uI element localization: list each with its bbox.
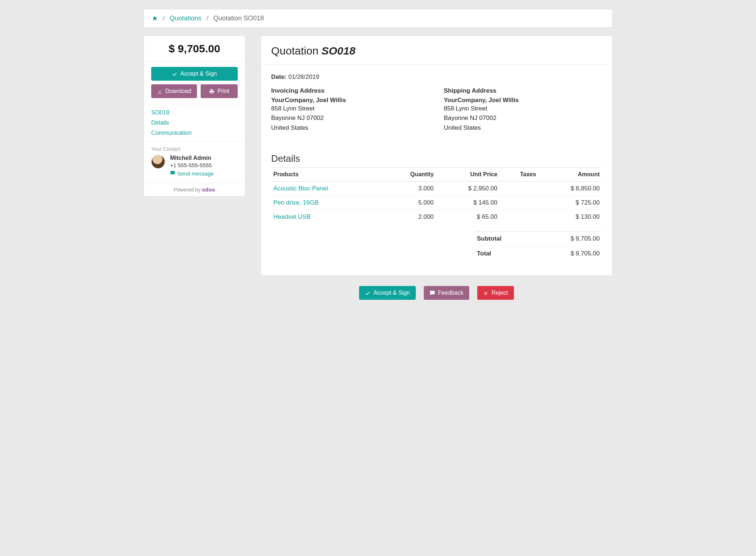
shipping-name: YourCompany, Joel Willis <box>444 97 602 104</box>
nav-link-communication[interactable]: Communication <box>151 130 238 136</box>
contact-phone: +1 555-555-5555 <box>170 162 214 168</box>
comment-icon <box>430 290 435 296</box>
shipping-city: Bayonne NJ 07002 <box>444 113 602 123</box>
breadcrumb-sep: / <box>204 15 210 22</box>
button-label: Feedback <box>438 290 463 296</box>
line-price: $ 2,950.00 <box>436 182 499 196</box>
check-icon <box>172 71 177 77</box>
send-message-label: Send message <box>177 170 214 177</box>
table-row: Pen drive, 16GB5.000$ 145.00$ 725.00 <box>271 196 602 210</box>
invoicing-city: Bayonne NJ 07002 <box>271 113 429 123</box>
button-label: Download <box>165 88 191 94</box>
shipping-street: 858 Lynn Street <box>444 104 602 113</box>
button-label: Print <box>217 88 229 94</box>
shipping-country: United States <box>444 123 602 133</box>
subtotal-label: Subtotal <box>477 235 502 242</box>
shipping-address-title: Shipping Address <box>444 87 602 94</box>
table-row: Acoustic Bloc Panel3.000$ 2,950.00$ 8,85… <box>271 182 602 196</box>
breadcrumb-quotations[interactable]: Quotations <box>170 15 201 22</box>
print-button[interactable]: Print <box>201 84 238 98</box>
totals-table: Subtotal $ 9,705.00 Total $ 9,705.00 <box>475 231 602 261</box>
order-lines-table: Products Quantity Unit Price Taxes Amoun… <box>271 167 602 224</box>
download-button[interactable]: Download <box>151 84 197 98</box>
nav-link-details[interactable]: Details <box>151 120 238 126</box>
page-title: Quotation SO018 <box>271 45 602 57</box>
reject-button[interactable]: Reject <box>477 286 514 300</box>
product-link[interactable]: Headset USB <box>273 213 311 220</box>
line-amount: $ 8,850.00 <box>538 182 602 196</box>
nav-link-so[interactable]: SO018 <box>151 109 238 116</box>
invoicing-street: 858 Lynn Street <box>271 104 429 113</box>
sidebar: $ 9,705.00 Accept & Sign Download <box>144 36 245 197</box>
download-icon <box>157 89 162 94</box>
col-products: Products <box>271 168 383 182</box>
line-taxes <box>499 210 538 224</box>
home-icon[interactable] <box>152 16 158 21</box>
print-icon <box>209 89 214 94</box>
details-heading: Details <box>271 153 602 164</box>
subtotal-value: $ 9,705.00 <box>571 235 600 242</box>
contact-avatar <box>151 155 165 169</box>
button-label: Accept & Sign <box>180 70 217 77</box>
accept-sign-button-bottom[interactable]: Accept & Sign <box>359 286 416 300</box>
powered-by-text: Powered by <box>174 187 201 193</box>
col-quantity: Quantity <box>383 168 436 182</box>
line-qty: 5.000 <box>383 196 436 210</box>
date-value: 01/28/2019 <box>288 73 319 80</box>
check-icon <box>365 290 370 296</box>
button-label: Reject <box>491 290 508 296</box>
feedback-button[interactable]: Feedback <box>424 286 469 300</box>
powered-by: Powered by odoo <box>144 183 245 196</box>
contact-section-label: Your Contact <box>151 146 238 152</box>
line-amount: $ 725.00 <box>538 196 602 210</box>
quotation-total-price: $ 9,705.00 <box>149 43 240 55</box>
title-so: SO018 <box>321 45 355 57</box>
accept-sign-button[interactable]: Accept & Sign <box>151 67 238 81</box>
button-label: Accept & Sign <box>373 290 410 296</box>
send-message-link[interactable]: Send message <box>170 170 214 177</box>
invoicing-address-title: Invoicing Address <box>271 87 429 94</box>
total-label: Total <box>477 250 491 257</box>
invoicing-country: United States <box>271 123 429 133</box>
product-link[interactable]: Pen drive, 16GB <box>273 199 319 206</box>
col-amount: Amount <box>538 168 602 182</box>
bottom-actions: Accept & Sign Feedback Reject <box>261 286 612 300</box>
breadcrumb-sep: / <box>161 15 167 22</box>
col-unit-price: Unit Price <box>436 168 499 182</box>
total-value: $ 9,705.00 <box>571 250 600 257</box>
breadcrumb: / Quotations / Quotation SO018 <box>144 9 612 28</box>
comment-icon <box>170 170 175 177</box>
odoo-logo: odoo <box>202 187 215 193</box>
date-label: Date: <box>271 73 287 80</box>
line-amount: $ 130.00 <box>538 210 602 224</box>
breadcrumb-current: Quotation SO018 <box>213 15 264 22</box>
contact-name: Mitchell Admin <box>170 155 214 161</box>
line-qty: 2.000 <box>383 210 436 224</box>
line-price: $ 65.00 <box>436 210 499 224</box>
quotation-content: Quotation SO018 Date: 01/28/2019 Invoici… <box>261 36 612 276</box>
table-row: Headset USB2.000$ 65.00$ 130.00 <box>271 210 602 224</box>
close-icon <box>483 290 488 296</box>
line-taxes <box>499 182 538 196</box>
line-price: $ 145.00 <box>436 196 499 210</box>
line-qty: 3.000 <box>383 182 436 196</box>
title-prefix: Quotation <box>271 45 321 57</box>
invoicing-name: YourCompany, Joel Willis <box>271 97 429 104</box>
line-taxes <box>499 196 538 210</box>
col-taxes: Taxes <box>499 168 538 182</box>
product-link[interactable]: Acoustic Bloc Panel <box>273 185 328 192</box>
